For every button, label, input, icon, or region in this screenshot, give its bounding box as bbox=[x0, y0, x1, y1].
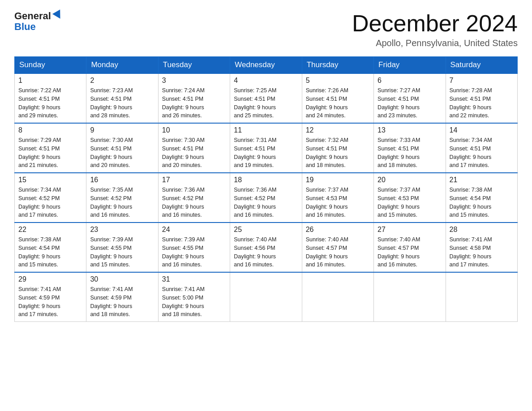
day-number: 11 bbox=[234, 126, 298, 134]
day-info: Sunrise: 7:22 AMSunset: 4:51 PMDaylight:… bbox=[18, 86, 82, 120]
logo-general: General bbox=[14, 11, 51, 21]
day-cell-11: 11Sunrise: 7:31 AMSunset: 4:51 PMDayligh… bbox=[230, 123, 302, 173]
calendar-header-row: SundayMondayTuesdayWednesdayThursdayFrid… bbox=[15, 57, 518, 74]
day-info: Sunrise: 7:36 AMSunset: 4:52 PMDaylight:… bbox=[234, 186, 298, 219]
calendar-table: SundayMondayTuesdayWednesdayThursdayFrid… bbox=[14, 56, 518, 322]
day-number: 30 bbox=[90, 275, 154, 283]
header-monday: Monday bbox=[86, 57, 158, 74]
day-info: Sunrise: 7:33 AMSunset: 4:51 PMDaylight:… bbox=[378, 136, 442, 170]
day-cell-13: 13Sunrise: 7:33 AMSunset: 4:51 PMDayligh… bbox=[374, 123, 446, 173]
day-number: 3 bbox=[162, 77, 226, 85]
day-info: Sunrise: 7:41 AMSunset: 5:00 PMDaylight:… bbox=[162, 285, 226, 319]
day-info: Sunrise: 7:39 AMSunset: 4:55 PMDaylight:… bbox=[90, 235, 154, 269]
day-cell-21: 21Sunrise: 7:38 AMSunset: 4:54 PMDayligh… bbox=[446, 173, 517, 223]
main-title: December 2024 bbox=[352, 11, 518, 36]
day-cell-27: 27Sunrise: 7:40 AMSunset: 4:57 PMDayligh… bbox=[374, 223, 446, 272]
day-info: Sunrise: 7:41 AMSunset: 4:59 PMDaylight:… bbox=[90, 285, 154, 319]
empty-cell bbox=[446, 272, 517, 322]
day-number: 13 bbox=[378, 126, 442, 134]
title-area: December 2024 Apollo, Pennsylvania, Unit… bbox=[352, 11, 518, 48]
week-row-5: 29Sunrise: 7:41 AMSunset: 4:59 PMDayligh… bbox=[15, 272, 518, 322]
day-number: 19 bbox=[306, 176, 370, 184]
logo-arrow-icon bbox=[52, 9, 64, 21]
day-info: Sunrise: 7:38 AMSunset: 4:54 PMDaylight:… bbox=[18, 235, 82, 269]
day-info: Sunrise: 7:34 AMSunset: 4:52 PMDaylight:… bbox=[18, 186, 82, 219]
day-info: Sunrise: 7:32 AMSunset: 4:51 PMDaylight:… bbox=[306, 136, 370, 170]
day-info: Sunrise: 7:28 AMSunset: 4:51 PMDaylight:… bbox=[450, 86, 514, 120]
day-number: 6 bbox=[378, 77, 442, 85]
logo-blue: Blue bbox=[14, 21, 36, 32]
day-info: Sunrise: 7:23 AMSunset: 4:51 PMDaylight:… bbox=[90, 86, 154, 120]
page-header: General Blue December 2024 Apollo, Penns… bbox=[14, 11, 518, 48]
day-number: 10 bbox=[162, 126, 226, 134]
day-number: 21 bbox=[450, 176, 514, 184]
empty-cell bbox=[230, 272, 302, 322]
day-number: 12 bbox=[306, 126, 370, 134]
header-wednesday: Wednesday bbox=[230, 57, 302, 74]
day-info: Sunrise: 7:38 AMSunset: 4:54 PMDaylight:… bbox=[450, 186, 514, 219]
day-info: Sunrise: 7:29 AMSunset: 4:51 PMDaylight:… bbox=[18, 136, 82, 170]
header-sunday: Sunday bbox=[15, 57, 86, 74]
day-cell-22: 22Sunrise: 7:38 AMSunset: 4:54 PMDayligh… bbox=[15, 223, 86, 272]
day-number: 18 bbox=[234, 176, 298, 184]
day-number: 14 bbox=[450, 126, 514, 134]
day-number: 28 bbox=[450, 226, 514, 234]
day-cell-29: 29Sunrise: 7:41 AMSunset: 4:59 PMDayligh… bbox=[15, 272, 86, 322]
day-number: 15 bbox=[18, 176, 82, 184]
day-cell-15: 15Sunrise: 7:34 AMSunset: 4:52 PMDayligh… bbox=[15, 173, 86, 223]
day-cell-28: 28Sunrise: 7:41 AMSunset: 4:58 PMDayligh… bbox=[446, 223, 517, 272]
day-cell-10: 10Sunrise: 7:30 AMSunset: 4:51 PMDayligh… bbox=[158, 123, 230, 173]
day-cell-2: 2Sunrise: 7:23 AMSunset: 4:51 PMDaylight… bbox=[86, 73, 158, 123]
day-cell-7: 7Sunrise: 7:28 AMSunset: 4:51 PMDaylight… bbox=[446, 73, 517, 123]
week-row-1: 1Sunrise: 7:22 AMSunset: 4:51 PMDaylight… bbox=[15, 73, 518, 123]
header-tuesday: Tuesday bbox=[158, 57, 230, 74]
day-info: Sunrise: 7:30 AMSunset: 4:51 PMDaylight:… bbox=[162, 136, 226, 170]
day-cell-20: 20Sunrise: 7:37 AMSunset: 4:53 PMDayligh… bbox=[374, 173, 446, 223]
day-number: 26 bbox=[306, 226, 370, 234]
week-row-2: 8Sunrise: 7:29 AMSunset: 4:51 PMDaylight… bbox=[15, 123, 518, 173]
day-number: 27 bbox=[378, 226, 442, 234]
day-info: Sunrise: 7:41 AMSunset: 4:58 PMDaylight:… bbox=[450, 235, 514, 269]
day-cell-18: 18Sunrise: 7:36 AMSunset: 4:52 PMDayligh… bbox=[230, 173, 302, 223]
day-cell-8: 8Sunrise: 7:29 AMSunset: 4:51 PMDaylight… bbox=[15, 123, 86, 173]
day-cell-24: 24Sunrise: 7:39 AMSunset: 4:55 PMDayligh… bbox=[158, 223, 230, 272]
day-number: 8 bbox=[18, 126, 82, 134]
day-info: Sunrise: 7:41 AMSunset: 4:59 PMDaylight:… bbox=[18, 285, 82, 319]
day-info: Sunrise: 7:26 AMSunset: 4:51 PMDaylight:… bbox=[306, 86, 370, 120]
day-number: 17 bbox=[162, 176, 226, 184]
day-cell-23: 23Sunrise: 7:39 AMSunset: 4:55 PMDayligh… bbox=[86, 223, 158, 272]
day-cell-9: 9Sunrise: 7:30 AMSunset: 4:51 PMDaylight… bbox=[86, 123, 158, 173]
day-info: Sunrise: 7:37 AMSunset: 4:53 PMDaylight:… bbox=[378, 186, 442, 219]
day-number: 23 bbox=[90, 226, 154, 234]
day-cell-31: 31Sunrise: 7:41 AMSunset: 5:00 PMDayligh… bbox=[158, 272, 230, 322]
day-cell-30: 30Sunrise: 7:41 AMSunset: 4:59 PMDayligh… bbox=[86, 272, 158, 322]
day-number: 7 bbox=[450, 77, 514, 85]
header-saturday: Saturday bbox=[446, 57, 517, 74]
empty-cell bbox=[302, 272, 373, 322]
day-number: 31 bbox=[162, 275, 226, 283]
day-cell-1: 1Sunrise: 7:22 AMSunset: 4:51 PMDaylight… bbox=[15, 73, 86, 123]
week-row-4: 22Sunrise: 7:38 AMSunset: 4:54 PMDayligh… bbox=[15, 223, 518, 272]
day-number: 9 bbox=[90, 126, 154, 134]
day-info: Sunrise: 7:30 AMSunset: 4:51 PMDaylight:… bbox=[90, 136, 154, 170]
day-cell-26: 26Sunrise: 7:40 AMSunset: 4:57 PMDayligh… bbox=[302, 223, 373, 272]
day-cell-16: 16Sunrise: 7:35 AMSunset: 4:52 PMDayligh… bbox=[86, 173, 158, 223]
week-row-3: 15Sunrise: 7:34 AMSunset: 4:52 PMDayligh… bbox=[15, 173, 518, 223]
day-info: Sunrise: 7:40 AMSunset: 4:57 PMDaylight:… bbox=[378, 235, 442, 269]
day-cell-12: 12Sunrise: 7:32 AMSunset: 4:51 PMDayligh… bbox=[302, 123, 373, 173]
day-info: Sunrise: 7:24 AMSunset: 4:51 PMDaylight:… bbox=[162, 86, 226, 120]
day-number: 1 bbox=[18, 77, 82, 85]
day-info: Sunrise: 7:37 AMSunset: 4:53 PMDaylight:… bbox=[306, 186, 370, 219]
subtitle: Apollo, Pennsylvania, United States bbox=[352, 38, 518, 48]
day-info: Sunrise: 7:34 AMSunset: 4:51 PMDaylight:… bbox=[450, 136, 514, 170]
logo: General Blue bbox=[14, 11, 63, 32]
day-info: Sunrise: 7:39 AMSunset: 4:55 PMDaylight:… bbox=[162, 235, 226, 269]
day-cell-5: 5Sunrise: 7:26 AMSunset: 4:51 PMDaylight… bbox=[302, 73, 373, 123]
day-cell-3: 3Sunrise: 7:24 AMSunset: 4:51 PMDaylight… bbox=[158, 73, 230, 123]
header-friday: Friday bbox=[374, 57, 446, 74]
day-number: 24 bbox=[162, 226, 226, 234]
header-thursday: Thursday bbox=[302, 57, 373, 74]
day-cell-19: 19Sunrise: 7:37 AMSunset: 4:53 PMDayligh… bbox=[302, 173, 373, 223]
day-info: Sunrise: 7:27 AMSunset: 4:51 PMDaylight:… bbox=[378, 86, 442, 120]
day-cell-14: 14Sunrise: 7:34 AMSunset: 4:51 PMDayligh… bbox=[446, 123, 517, 173]
